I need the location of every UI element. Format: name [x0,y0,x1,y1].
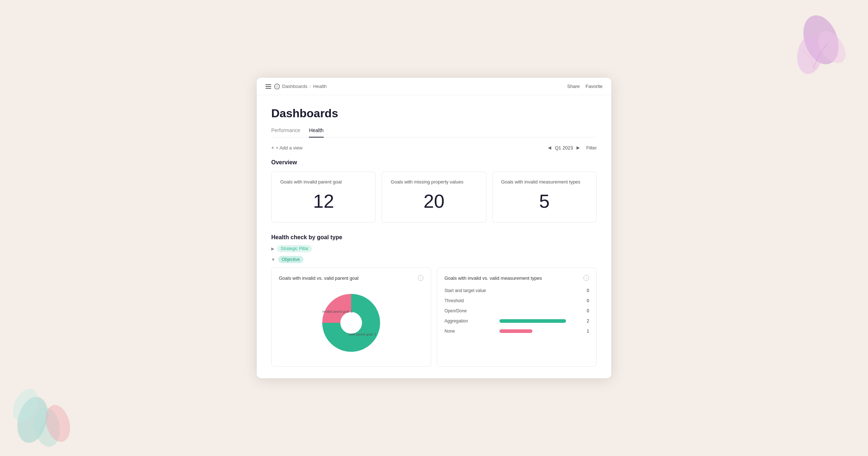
stat-value-invalid-measurement: 5 [501,190,588,212]
toolbar: + + Add a view ◀ Q1 2023 ▶ Filter [271,145,597,151]
svg-point-3 [13,393,53,446]
bar-chart-title: Goals with invalid vs. valid measurement… [444,275,542,281]
app-window: ⊙ Dashboards / Health Share Favorite Das… [257,78,611,378]
period-nav: ◀ Q1 2023 ▶ Filter [548,145,597,151]
pie-chart-info-icon[interactable]: i [418,275,424,281]
favorite-button[interactable]: Favorite [586,84,603,89]
pie-chart-svg: Invalid parent goal: 1 Valid parent goal… [319,290,384,355]
add-view-label: + Add a view [276,145,302,151]
nav-left: ⊙ Dashboards / Health [265,84,327,89]
svg-point-7 [340,312,362,334]
pie-chart-title: Goals with invalid vs. valid parent goal [279,275,358,281]
goal-type-objective: ▼ Objective [271,256,597,263]
svg-point-5 [11,385,42,426]
overview-section-title: Overview [271,159,597,166]
bar-fill-aggregation [499,319,566,323]
bar-label-threshold: Threshold [444,298,495,303]
main-content: Dashboards Performance Health + + Add a … [257,95,611,378]
tabs: Performance Health [271,127,597,138]
period-label: Q1 2023 [555,145,573,151]
stat-label-missing-property: Goals with missing property values [391,179,477,185]
bar-row-start-target: Start and target value 0 [444,288,589,293]
bar-chart-rows: Start and target value 0 Threshold 0 Ope… [444,287,589,334]
stat-label-invalid-parent: Goals with invalid parent goal [280,179,367,185]
bar-row-open-done: Open/Done 0 [444,308,589,313]
bar-count-start-target: 0 [582,288,589,293]
hamburger-menu[interactable] [265,84,271,89]
strategic-pillar-badge[interactable]: Strategic Pillar [277,245,312,252]
svg-point-1 [794,33,826,76]
bar-chart-info-icon[interactable]: i [583,275,589,281]
svg-text:Invalid parent goal: 1: Invalid parent goal: 1 [322,310,353,313]
filter-button[interactable]: Filter [586,145,597,151]
bar-count-none: 1 [582,329,589,334]
pie-chart-card: Goals with invalid vs. valid parent goal… [271,267,431,367]
breadcrumb: ⊙ Dashboards / Health [274,84,327,89]
bar-label-aggregation: Aggregation [444,318,495,324]
stat-card-missing-property: Goals with missing property values 20 [382,172,486,223]
share-button[interactable]: Share [567,84,580,89]
pie-chart-wrapper: Invalid parent goal: 1 Valid parent goal… [279,287,424,359]
bar-row-aggregation: Aggregation 2 [444,318,589,324]
objective-arrow[interactable]: ▼ [271,257,275,262]
bar-chart-card: Goals with invalid vs. valid measurement… [437,267,597,367]
bar-fill-none [499,329,532,333]
stats-grid: Goals with invalid parent goal 12 Goals … [271,172,597,223]
bar-chart-header: Goals with invalid vs. valid measurement… [444,275,589,281]
pie-chart-header: Goals with invalid vs. valid parent goal… [279,275,424,281]
svg-point-6 [42,402,74,444]
breadcrumb-dashboards[interactable]: Dashboards [282,84,307,89]
period-prev-button[interactable]: ◀ [548,145,551,150]
bar-count-threshold: 0 [582,298,589,303]
stat-value-missing-property: 20 [391,190,477,212]
stat-label-invalid-measurement: Goals with invalid measurement types [501,179,588,185]
bar-label-open-done: Open/Done [444,308,495,313]
bar-row-threshold: Threshold 0 [444,298,589,303]
bar-track-aggregation [499,319,578,323]
stat-card-invalid-measurement: Goals with invalid measurement types 5 [492,172,597,223]
tab-performance[interactable]: Performance [271,127,300,138]
page-title: Dashboards [271,107,597,120]
health-check-title: Health check by goal type [271,234,597,241]
breadcrumb-separator: / [310,84,311,89]
nav-icon: ⊙ [274,84,280,89]
bar-count-aggregation: 2 [582,318,589,324]
strategic-pillar-arrow[interactable]: ▶ [271,246,274,251]
charts-grid: Goals with invalid vs. valid parent goal… [271,267,597,367]
deco-leaves-left [11,376,83,442]
plus-icon: + [271,145,274,151]
stat-value-invalid-parent: 12 [280,190,367,212]
bar-track-none [499,329,578,333]
bar-row-none: None 1 [444,329,589,334]
bar-label-start-target: Start and target value [444,288,495,293]
add-view-button[interactable]: + + Add a view [271,145,302,151]
deco-leaves-right [781,11,846,90]
objective-badge[interactable]: Objective [278,256,303,263]
bar-label-none: None [444,329,495,334]
svg-text:Valid parent goal: 2: Valid parent goal: 2 [348,333,376,336]
svg-point-4 [31,405,63,449]
nav-bar: ⊙ Dashboards / Health Share Favorite [257,78,611,95]
nav-actions: Share Favorite [567,84,603,89]
stat-card-invalid-parent: Goals with invalid parent goal 12 [271,172,376,223]
tab-health[interactable]: Health [309,127,323,138]
period-next-button[interactable]: ▶ [576,145,580,150]
goal-type-strategic-pillar: ▶ Strategic Pillar [271,245,597,252]
svg-point-0 [797,11,845,69]
svg-point-2 [813,26,846,68]
breadcrumb-health[interactable]: Health [313,84,327,89]
bar-count-open-done: 0 [582,308,589,313]
